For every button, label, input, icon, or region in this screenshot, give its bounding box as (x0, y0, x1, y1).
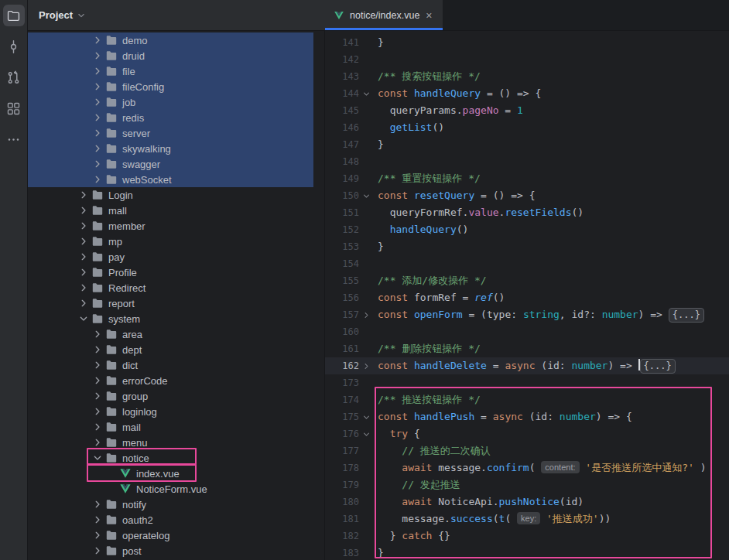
commit-tool-button[interactable] (3, 36, 25, 57)
tree-item-profile[interactable]: Profile (28, 265, 324, 280)
tree-item-pay[interactable]: pay (28, 249, 324, 265)
code-line-173[interactable]: 173 (325, 374, 729, 391)
fold-expanded-icon[interactable] (359, 425, 373, 442)
code-line-149[interactable]: 149/** 重置按钮操作 */ (325, 170, 729, 187)
code-line-182[interactable]: 182 } catch {} (325, 528, 729, 545)
chevron-right-icon[interactable] (91, 111, 104, 124)
code-line-143[interactable]: 143/** 搜索按钮操作 */ (325, 68, 729, 85)
tree-item-job[interactable]: job (28, 94, 324, 110)
chevron-right-icon[interactable] (77, 266, 90, 278)
line-number[interactable]: 147 (325, 136, 359, 153)
code-line-162[interactable]: 162const handleDelete = async (id: numbe… (325, 357, 729, 374)
chevron-right-icon[interactable] (91, 127, 104, 139)
line-number[interactable]: 182 (325, 528, 359, 545)
fold-collapsed-icon[interactable] (359, 357, 373, 374)
tab-notice-index-vue[interactable]: notice/index.vue × (325, 0, 443, 30)
chevron-right-icon[interactable] (77, 297, 90, 309)
tree-item-mail[interactable]: mail (28, 419, 324, 435)
chevron-right-icon[interactable] (77, 251, 90, 263)
code-line-145[interactable]: 145 queryParams.pageNo = 1 (325, 102, 729, 119)
line-number[interactable]: 176 (325, 425, 359, 442)
code-line-150[interactable]: 150const resetQuery = () => { (325, 187, 729, 204)
chevron-right-icon[interactable] (91, 158, 104, 170)
code-line-175[interactable]: 175const handlePush = async (id: number)… (325, 408, 729, 425)
tree-item-skywalking[interactable]: skywalking (28, 141, 324, 156)
tree-item-report[interactable]: report (28, 295, 324, 311)
code-line-154[interactable]: 154 (325, 255, 729, 272)
chevron-right-icon[interactable] (91, 343, 104, 356)
line-number[interactable]: 141 (325, 34, 359, 51)
code-line-180[interactable]: 180 await NoticeApi.pushNotice(id) (325, 493, 729, 510)
line-number[interactable]: 183 (325, 545, 359, 560)
chevron-right-icon[interactable] (77, 235, 90, 248)
project-tool-button[interactable] (3, 5, 25, 26)
code-line-152[interactable]: 152 handleQuery() (325, 221, 729, 238)
line-number[interactable]: 146 (325, 119, 359, 136)
tree-item-group[interactable]: group (28, 388, 324, 404)
tree-item-server[interactable]: server (28, 125, 324, 141)
tree-item-mall[interactable]: mall (28, 203, 324, 218)
line-number[interactable]: 181 (325, 510, 359, 528)
tree-item-fileconfig[interactable]: fileConfig (28, 79, 324, 94)
tree-item-druid[interactable]: druid (28, 48, 324, 63)
chevron-down-icon[interactable] (77, 312, 90, 325)
chevron-right-icon[interactable] (91, 80, 104, 93)
code-line-183[interactable]: 183} (325, 545, 729, 560)
line-number[interactable]: 157 (325, 306, 359, 323)
code-line-141[interactable]: 141} (325, 34, 729, 51)
tree-item-login[interactable]: Login (28, 187, 324, 203)
line-number[interactable]: 149 (325, 170, 359, 187)
code-line-155[interactable]: 155/** 添加/修改操作 */ (325, 272, 729, 289)
line-number[interactable]: 142 (325, 51, 359, 68)
chevron-down-icon[interactable] (91, 452, 104, 464)
project-panel-title[interactable]: Project (39, 9, 73, 21)
code-line-177[interactable]: 177 // 推送的二次确认 (325, 442, 729, 459)
chevron-right-icon[interactable] (91, 421, 104, 433)
code-line-161[interactable]: 161/** 删除按钮操作 */ (325, 340, 729, 357)
tree-item-websocket[interactable]: webSocket (28, 172, 324, 187)
code-line-179[interactable]: 179 // 发起推送 (325, 476, 729, 493)
line-number[interactable]: 151 (325, 204, 359, 221)
line-number[interactable]: 174 (325, 391, 359, 408)
line-number[interactable]: 162 (325, 357, 359, 374)
chevron-right-icon[interactable] (91, 498, 104, 510)
more-tool-button[interactable] (3, 128, 25, 150)
tree-item-demo[interactable]: demo (28, 32, 324, 48)
folded-region[interactable]: {...} (669, 308, 704, 323)
code-line-174[interactable]: 174/** 推送按钮操作 */ (325, 391, 729, 408)
tree-item-area[interactable]: area (28, 326, 324, 342)
tree-item-loginlog[interactable]: loginlog (28, 404, 324, 419)
code-line-157[interactable]: 157const openForm = (type: string, id?: … (325, 306, 729, 323)
chevron-right-icon[interactable] (91, 34, 104, 46)
line-number[interactable]: 155 (325, 272, 359, 289)
line-number[interactable]: 148 (325, 153, 359, 170)
line-number[interactable]: 143 (325, 68, 359, 85)
line-number[interactable]: 152 (325, 221, 359, 238)
tree-item-notify[interactable]: notify (28, 497, 324, 512)
chevron-right-icon[interactable] (91, 514, 104, 526)
tree-item-mp[interactable]: mp (28, 234, 324, 249)
tree-item-operatelog[interactable]: operatelog (28, 528, 324, 543)
chevron-right-icon[interactable] (91, 374, 104, 387)
line-number[interactable]: 145 (325, 102, 359, 119)
chevron-right-icon[interactable] (91, 65, 104, 77)
code-line-148[interactable]: 148 (325, 153, 729, 170)
code-line-156[interactable]: 156const formRef = ref() (325, 289, 729, 306)
chevron-right-icon[interactable] (91, 142, 104, 155)
code-line-147[interactable]: 147} (325, 136, 729, 153)
line-number[interactable]: 179 (325, 476, 359, 493)
pull-requests-tool-button[interactable] (3, 67, 25, 88)
fold-expanded-icon[interactable] (359, 85, 373, 102)
line-number[interactable]: 160 (325, 323, 359, 340)
tree-item-oauth2[interactable]: oauth2 (28, 512, 324, 528)
tree-item-file[interactable]: file (28, 63, 324, 79)
code-line-146[interactable]: 146 getList() (325, 119, 729, 136)
tree-item-notice[interactable]: notice (28, 450, 324, 466)
chevron-right-icon[interactable] (91, 96, 104, 108)
tree-item-member[interactable]: member (28, 218, 324, 234)
tree-item-system[interactable]: system (28, 311, 324, 326)
chevron-right-icon[interactable] (91, 173, 104, 186)
tree-item-noticeform-vue[interactable]: NoticeForm.vue (28, 481, 324, 497)
tree-item-post[interactable]: post (28, 543, 324, 558)
line-number[interactable]: 154 (325, 255, 359, 272)
